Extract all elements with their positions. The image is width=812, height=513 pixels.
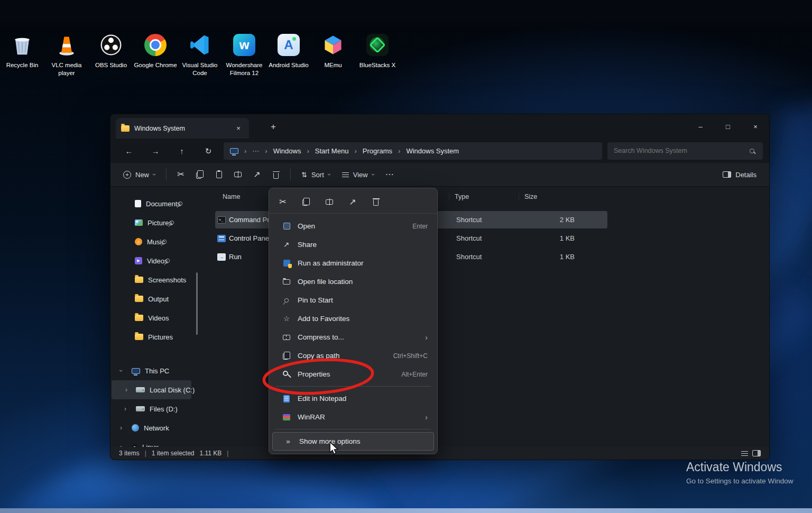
menu-item-label: Open file location (298, 278, 353, 286)
sort-button[interactable]: ⇅ Sort › (296, 166, 336, 184)
cut-button[interactable]: ✂ (172, 166, 190, 184)
breadcrumb-item[interactable]: Windows (273, 147, 301, 155)
view-button[interactable]: View › (337, 166, 380, 184)
menu-item-run-as-administrator[interactable]: Run as administrator (271, 254, 435, 272)
sidebar-item-this-pc[interactable]: › This PC (110, 361, 199, 380)
desktop-icon-memu[interactable]: MEmu (311, 32, 355, 77)
sidebar-item-output[interactable]: Output (110, 289, 199, 308)
menu-item-show-more-options[interactable]: » Show more options (272, 432, 434, 451)
menu-item-add-to-favorites[interactable]: ☆ Add to Favorites (271, 309, 435, 328)
copy-button[interactable] (297, 194, 316, 210)
share-button[interactable]: ↗ (248, 166, 266, 184)
paste-button[interactable] (210, 166, 228, 184)
breadcrumb-overflow-icon[interactable]: ⋯ (252, 147, 259, 155)
file-size: 1 KB (529, 253, 575, 261)
forward-button[interactable]: → (142, 142, 169, 160)
details-pane-button[interactable]: Details (717, 166, 762, 184)
desktop-icon-google-chrome[interactable]: Google Chrome (133, 32, 178, 77)
sidebar-item-pictures-folder[interactable]: Pictures (110, 327, 199, 346)
open-icon (282, 223, 291, 230)
sidebar-scrollbar[interactable] (196, 272, 198, 335)
search-icon[interactable] (750, 149, 754, 153)
up-button[interactable]: ↑ (169, 142, 195, 160)
desktop-icon-vlc[interactable]: VLC media player (44, 32, 89, 77)
breadcrumb-item[interactable]: Programs (363, 147, 392, 155)
sidebar-item-music[interactable]: ♪ Music (110, 232, 199, 251)
desktop-icon-label: MEmu (324, 61, 342, 69)
toolbar-divider (166, 169, 167, 180)
copy-button[interactable] (191, 166, 209, 184)
chevron-right-icon: › (244, 147, 246, 155)
desktop-icon-label: OBS Studio (95, 61, 127, 69)
details-view-toggle-icon[interactable] (741, 451, 748, 456)
sidebar-item-screenshots[interactable]: Screenshots (110, 270, 199, 289)
forward-icon: → (152, 147, 160, 155)
menu-item-share[interactable]: ↗ Share (271, 235, 435, 254)
back-icon: ← (125, 147, 133, 155)
desktop-icon-filmora[interactable]: w Wondershare Filmora 12 (222, 32, 266, 77)
menu-item-compress-to[interactable]: Compress to... › (271, 328, 435, 346)
minimize-button[interactable]: – (687, 114, 714, 139)
search-input[interactable] (614, 147, 745, 154)
desktop-icon-android-studio[interactable]: A Android Studio (266, 32, 311, 77)
zip-folder-icon (282, 335, 291, 340)
sidebar-item-files-d[interactable]: › Files (D:) (110, 399, 199, 418)
more-options-button[interactable]: ⋯ (381, 166, 399, 184)
cut-button[interactable]: ✂ (273, 194, 292, 210)
chevron-collapsed-icon[interactable]: › (120, 424, 122, 432)
menu-item-open[interactable]: Open Enter (271, 217, 435, 235)
close-button[interactable]: × (742, 114, 769, 139)
sidebar-item-documents[interactable]: Documents (110, 194, 199, 213)
rename-button[interactable] (320, 194, 339, 210)
desktop-icon-recycle-bin[interactable]: Recycle Bin (0, 32, 44, 77)
desktop-icon-obs-studio[interactable]: OBS Studio (89, 32, 133, 77)
breadcrumb-item[interactable]: Start Menu (315, 147, 349, 155)
obs-studio-icon (98, 32, 124, 58)
toolbar-divider (290, 169, 291, 180)
delete-button[interactable] (267, 166, 285, 184)
explorer-tab[interactable]: Windows System × (116, 118, 249, 139)
android-studio-icon: A (275, 32, 302, 58)
new-button[interactable]: + New › (118, 166, 161, 184)
desktop-icon-label: VLC media player (45, 61, 88, 77)
paste-icon (216, 171, 222, 178)
new-tab-button[interactable]: + (267, 121, 280, 133)
sidebar-item-local-disk-c[interactable]: › Local Disk (C:) (112, 380, 191, 399)
sidebar-item-videos[interactable]: ▶ Videos (110, 251, 199, 270)
desktop-icon-vscode[interactable]: Visual Studio Code (178, 32, 222, 77)
menu-item-pin-to-start[interactable]: Pin to Start (271, 291, 435, 309)
back-button[interactable]: ← (116, 142, 142, 160)
title-bar: Windows System × + – □ × (110, 114, 769, 139)
sidebar-item-videos-folder[interactable]: Videos (110, 308, 199, 327)
column-header-size[interactable]: Size (519, 193, 566, 200)
menu-item-edit-in-notepad[interactable]: Edit in Notepad (271, 389, 435, 408)
rename-button[interactable] (229, 166, 247, 184)
desktop-icon-bluestacks-x[interactable]: BlueStacks X (355, 32, 400, 77)
menu-item-open-file-location[interactable]: Open file location (271, 272, 435, 291)
chevron-collapsed-icon[interactable]: › (125, 386, 127, 393)
share-button[interactable]: ↗ (343, 194, 362, 210)
breadcrumb-item[interactable]: Windows System (406, 147, 459, 155)
sidebar-item-linux[interactable]: › Linux (110, 437, 199, 448)
chevron-collapsed-icon[interactable]: › (124, 405, 126, 413)
menu-item-properties[interactable]: Properties Alt+Enter (271, 365, 435, 383)
drive-icon (136, 387, 145, 392)
copy-icon (196, 172, 201, 179)
recycle-bin-icon (9, 32, 35, 58)
ellipsis-icon: ⋯ (385, 170, 394, 179)
chevron-expanded-icon[interactable]: › (117, 370, 125, 372)
menu-item-winrar[interactable]: WinRAR › (271, 408, 435, 426)
tab-close-icon[interactable]: × (233, 123, 244, 134)
sidebar-item-network[interactable]: › Network (110, 418, 199, 437)
refresh-button[interactable]: ↻ (195, 142, 222, 160)
sidebar-item-pictures[interactable]: Pictures (110, 213, 199, 232)
sidebar-item-label: Network (144, 424, 169, 432)
large-icons-view-toggle-icon[interactable] (752, 450, 761, 456)
breadcrumb[interactable]: › ⋯ › Windows › Start Menu › Programs › … (224, 142, 602, 160)
scissors-icon: ✂ (177, 170, 184, 179)
menu-item-copy-as-path[interactable]: Copy as path Ctrl+Shift+C (271, 346, 435, 365)
column-header-type[interactable]: Type (449, 193, 519, 200)
maximize-button[interactable]: □ (714, 114, 742, 139)
delete-button[interactable] (366, 194, 385, 210)
submenu-chevron-icon: › (425, 333, 428, 342)
